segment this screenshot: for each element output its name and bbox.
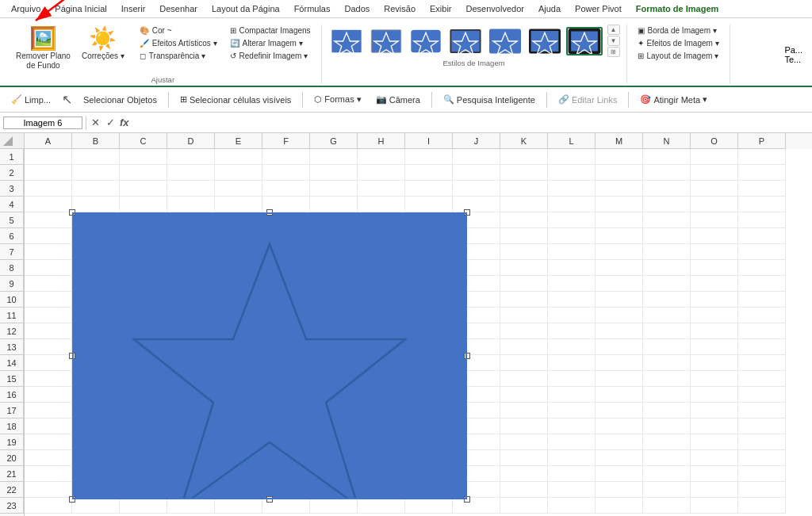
- cell-O7[interactable]: [691, 244, 738, 259]
- cell-M12[interactable]: [596, 323, 643, 338]
- cell-N2[interactable]: [643, 165, 691, 180]
- cell-J2[interactable]: [453, 165, 500, 180]
- cell-J23[interactable]: [453, 498, 500, 513]
- cell-K23[interactable]: [500, 498, 548, 513]
- cell-L8[interactable]: [548, 260, 596, 275]
- cell-C1[interactable]: [120, 149, 167, 164]
- cell-A12[interactable]: [25, 323, 72, 338]
- cancel-icon[interactable]: ✕: [90, 117, 102, 128]
- row-header-12[interactable]: 12: [0, 323, 24, 339]
- cell-H1[interactable]: [358, 149, 405, 164]
- cell-O21[interactable]: [691, 466, 738, 481]
- cell-M22[interactable]: [596, 482, 643, 497]
- cell-B23[interactable]: [72, 498, 120, 513]
- cell-K3[interactable]: [500, 181, 548, 196]
- cell-P11[interactable]: [738, 308, 786, 323]
- row-header-20[interactable]: 20: [0, 450, 24, 466]
- row-header-14[interactable]: 14: [0, 355, 24, 371]
- cell-A4[interactable]: [25, 197, 72, 212]
- cell-N10[interactable]: [643, 292, 691, 307]
- col-header-J[interactable]: J: [453, 133, 500, 149]
- cell-P10[interactable]: [738, 292, 786, 307]
- cell-J1[interactable]: [453, 149, 500, 164]
- cell-O1[interactable]: [691, 149, 738, 164]
- cell-G2[interactable]: [310, 165, 358, 180]
- cell-N22[interactable]: [643, 482, 691, 497]
- col-header-A[interactable]: A: [25, 133, 72, 149]
- style-thumb-5[interactable]: [487, 27, 523, 55]
- row-header-13[interactable]: 13: [0, 339, 24, 355]
- cell-M19[interactable]: [596, 434, 643, 449]
- cell-H3[interactable]: [358, 181, 405, 196]
- cell-D1[interactable]: [167, 149, 215, 164]
- style-thumb-4[interactable]: [447, 27, 484, 55]
- cell-O13[interactable]: [691, 339, 738, 354]
- cell-N16[interactable]: [643, 387, 691, 402]
- col-header-M[interactable]: M: [596, 133, 643, 149]
- cell-K12[interactable]: [500, 323, 548, 338]
- cell-A2[interactable]: [25, 165, 72, 180]
- cell-D2[interactable]: [167, 165, 215, 180]
- menu-desenhar[interactable]: Desenhar: [153, 2, 204, 16]
- atingir-meta-button[interactable]: 🎯 Atingir Meta ▾: [634, 92, 714, 107]
- editar-links-button[interactable]: 🔗 Editar Links: [552, 92, 623, 107]
- cell-A7[interactable]: [25, 244, 72, 259]
- cell-N7[interactable]: [643, 244, 691, 259]
- cell-K18[interactable]: [500, 419, 548, 434]
- row-header-22[interactable]: 22: [0, 482, 24, 498]
- cell-P13[interactable]: [738, 339, 786, 354]
- handle-sw[interactable]: [69, 496, 75, 503]
- cell-K17[interactable]: [500, 403, 548, 418]
- cell-P22[interactable]: [738, 482, 786, 497]
- cell-O8[interactable]: [691, 260, 738, 275]
- cell-P4[interactable]: [738, 197, 786, 212]
- cell-C2[interactable]: [120, 165, 167, 180]
- cell-A14[interactable]: [25, 355, 72, 370]
- cell-L10[interactable]: [548, 292, 596, 307]
- borda-imagem-button[interactable]: ▣ Borda de Imagem ▾: [634, 25, 723, 36]
- cell-O2[interactable]: [691, 165, 738, 180]
- row-header-17[interactable]: 17: [0, 403, 24, 419]
- handle-w[interactable]: [69, 353, 75, 359]
- handle-se[interactable]: [464, 496, 470, 503]
- cell-O14[interactable]: [691, 355, 738, 370]
- cell-M2[interactable]: [596, 165, 643, 180]
- cell-N15[interactable]: [643, 371, 691, 386]
- row-header-8[interactable]: 8: [0, 260, 24, 276]
- cell-A17[interactable]: [25, 403, 72, 418]
- cell-O17[interactable]: [691, 403, 738, 418]
- cell-G4[interactable]: [310, 197, 358, 212]
- alterar-imagem-button[interactable]: 🔄 Alterar Imagem ▾: [226, 37, 315, 49]
- cell-M6[interactable]: [596, 228, 643, 243]
- cell-A5[interactable]: [25, 212, 72, 227]
- fx-label[interactable]: fx: [120, 117, 129, 128]
- cell-L15[interactable]: [548, 371, 596, 386]
- row-header-15[interactable]: 15: [0, 371, 24, 387]
- cell-L17[interactable]: [548, 403, 596, 418]
- cell-O23[interactable]: [691, 498, 738, 513]
- menu-inserir[interactable]: Inserir: [115, 2, 152, 16]
- cell-L21[interactable]: [548, 466, 596, 481]
- menu-power-pivot[interactable]: Power Pivot: [569, 2, 628, 16]
- style-thumb-3[interactable]: [408, 27, 444, 55]
- correcoes-button[interactable]: ☀️ Correções ▾: [77, 25, 129, 63]
- redefinir-imagem-button[interactable]: ↺ Redefinir Imagem ▾: [226, 50, 315, 62]
- cell-M9[interactable]: [596, 276, 643, 291]
- handle-s[interactable]: [266, 496, 273, 503]
- cell-L22[interactable]: [548, 482, 596, 497]
- col-header-H[interactable]: H: [358, 133, 405, 149]
- cell-B2[interactable]: [72, 165, 120, 180]
- cell-A23[interactable]: [25, 498, 72, 513]
- cell-A13[interactable]: [25, 339, 72, 354]
- cell-N23[interactable]: [643, 498, 691, 513]
- cell-E2[interactable]: [215, 165, 262, 180]
- cell-A21[interactable]: [25, 466, 72, 481]
- cell-K9[interactable]: [500, 276, 548, 291]
- transparencia-button[interactable]: ◻ Transparência ▾: [136, 50, 221, 62]
- cell-N17[interactable]: [643, 403, 691, 418]
- cell-M16[interactable]: [596, 387, 643, 402]
- cell-P1[interactable]: [738, 149, 786, 164]
- cell-P17[interactable]: [738, 403, 786, 418]
- cell-N20[interactable]: [643, 450, 691, 465]
- cell-C3[interactable]: [120, 181, 167, 196]
